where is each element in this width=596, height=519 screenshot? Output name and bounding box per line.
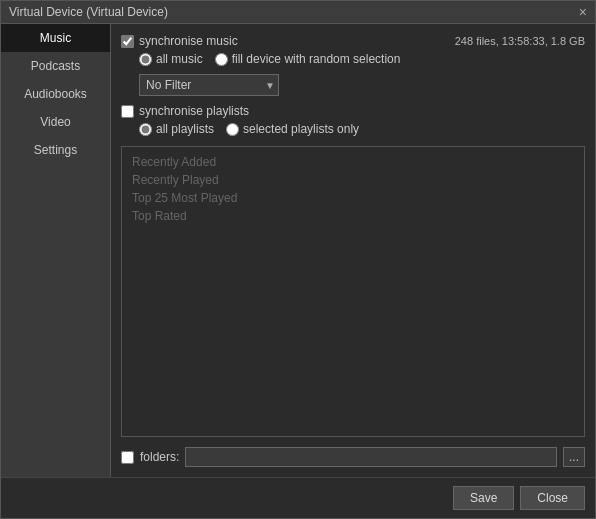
playlists-radio-group: all playlists selected playlists only — [139, 122, 585, 136]
sidebar-item-settings[interactable]: Settings — [1, 136, 110, 164]
title-bar: Virtual Device (Virtual Device) × — [1, 1, 595, 24]
sidebar-item-video[interactable]: Video — [1, 108, 110, 136]
radio-fill-device-label[interactable]: fill device with random selection — [215, 52, 401, 66]
sidebar: Music Podcasts Audiobooks Video Settings — [1, 24, 111, 477]
radio-all-playlists-label[interactable]: all playlists — [139, 122, 214, 136]
content-area: Music Podcasts Audiobooks Video Settings… — [1, 24, 595, 477]
sync-music-header: synchronise music 248 files, 13:58:33, 1… — [121, 34, 585, 48]
folders-row: folders: ... — [121, 447, 585, 467]
window-title: Virtual Device (Virtual Device) — [9, 5, 168, 19]
sidebar-item-music[interactable]: Music — [1, 24, 110, 52]
folders-browse-button[interactable]: ... — [563, 447, 585, 467]
main-panel: synchronise music 248 files, 13:58:33, 1… — [111, 24, 595, 477]
music-radio-group: all music fill device with random select… — [139, 52, 585, 66]
sidebar-item-audiobooks[interactable]: Audiobooks — [1, 80, 110, 108]
list-item: Recently Played — [128, 171, 578, 189]
folders-checkbox[interactable] — [121, 451, 134, 464]
footer: Save Close — [1, 477, 595, 518]
sync-playlists-checkbox-label[interactable]: synchronise playlists — [121, 104, 585, 118]
list-item: Top Rated — [128, 207, 578, 225]
close-button[interactable]: Close — [520, 486, 585, 510]
radio-fill-device[interactable] — [215, 53, 228, 66]
radio-all-music[interactable] — [139, 53, 152, 66]
playlists-list[interactable]: Recently Added Recently Played Top 25 Mo… — [121, 146, 585, 437]
radio-selected-playlists-label[interactable]: selected playlists only — [226, 122, 359, 136]
close-window-button[interactable]: × — [579, 5, 587, 19]
filter-dropdown-row: No Filter ▼ — [139, 74, 585, 96]
save-button[interactable]: Save — [453, 486, 514, 510]
sidebar-item-podcasts[interactable]: Podcasts — [1, 52, 110, 80]
sync-music-checkbox[interactable] — [121, 35, 134, 48]
radio-selected-playlists[interactable] — [226, 123, 239, 136]
filter-dropdown[interactable]: No Filter — [139, 74, 279, 96]
main-window: Virtual Device (Virtual Device) × Music … — [0, 0, 596, 519]
sync-music-checkbox-label[interactable]: synchronise music — [121, 34, 238, 48]
sync-playlists-checkbox[interactable] — [121, 105, 134, 118]
folders-input[interactable] — [185, 447, 557, 467]
filter-dropdown-wrapper: No Filter ▼ — [139, 74, 279, 96]
list-item: Recently Added — [128, 153, 578, 171]
folders-label: folders: — [140, 450, 179, 464]
list-item: Top 25 Most Played — [128, 189, 578, 207]
radio-all-music-label[interactable]: all music — [139, 52, 203, 66]
radio-all-playlists[interactable] — [139, 123, 152, 136]
file-info: 248 files, 13:58:33, 1.8 GB — [455, 35, 585, 47]
